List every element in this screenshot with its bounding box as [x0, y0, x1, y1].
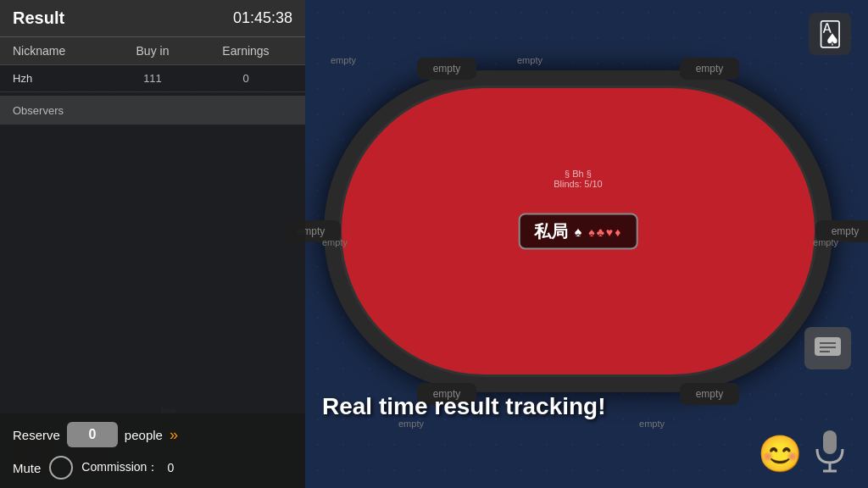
main-text: Real time result tracking!: [322, 393, 766, 420]
observers-label: Observers: [13, 104, 64, 117]
col-buyin: Buy in: [106, 44, 199, 58]
col-earnings: Earnings: [199, 44, 292, 58]
edge-top-right: empty: [517, 55, 542, 65]
blinds-info: § Bh § Blinds: 5/10: [554, 169, 602, 189]
reserve-label: Reserve: [13, 428, 60, 442]
player-buyin: 111: [106, 72, 199, 85]
emoji-icon: 😊: [758, 434, 802, 474]
arrows-icon[interactable]: »: [170, 426, 178, 444]
chat-icon: [813, 336, 843, 361]
svg-rect-4: [823, 430, 837, 454]
people-label: people: [125, 428, 163, 442]
emoji-button[interactable]: 😊: [758, 433, 800, 475]
result-panel: Result 01:45:38 Nickname Buy in Earnings…: [0, 0, 305, 488]
logo-suits: ♠♣♥♦: [588, 225, 622, 238]
edge-mid-left: empty: [322, 237, 348, 247]
table-container: § Bh § Blinds: 5/10 私局 ♠ ♠♣♥♦ empty empt…: [305, 25, 851, 437]
observers-section: Observers: [0, 96, 305, 125]
mic-button[interactable]: [813, 429, 855, 480]
table-felt: § Bh § Blinds: 5/10 私局 ♠ ♠♣♥♦: [339, 86, 817, 377]
mic-icon: [813, 429, 847, 475]
player-nickname: Hzh: [13, 72, 106, 85]
result-timer: 01:45:38: [233, 9, 292, 27]
mute-label: Mute: [13, 461, 41, 475]
edge-top-left: empty: [331, 55, 356, 65]
commission-label: Commission：: [81, 460, 159, 475]
reserve-row: Reserve people »: [13, 422, 292, 447]
seat-top-left-label: empty: [433, 63, 461, 75]
card-icon: 🂡: [818, 20, 843, 48]
seat-top-left[interactable]: empty: [417, 58, 476, 80]
table-logo: 私局 ♠ ♠♣♥♦: [519, 214, 638, 250]
bottom-controls: Reserve people » Mute Commission： 0: [0, 413, 305, 488]
commission-value: 0: [167, 461, 174, 474]
seat-top-right-label: empty: [696, 63, 724, 75]
reserve-input[interactable]: [67, 422, 118, 447]
logo-spade: ♠: [575, 224, 582, 239]
result-header: Result 01:45:38: [0, 0, 305, 37]
seat-right-label: empty: [832, 225, 860, 237]
table-row: Hzh 111 0: [0, 65, 305, 92]
player-earnings: 0: [199, 72, 292, 85]
seat-top-right[interactable]: empty: [680, 58, 739, 80]
result-table-header: Nickname Buy in Earnings: [0, 37, 305, 65]
edge-right: empty: [813, 237, 838, 247]
blinds-value: Blinds: 5/10: [554, 179, 602, 189]
col-nickname: Nickname: [13, 44, 106, 58]
mute-toggle[interactable]: [49, 456, 73, 480]
result-title: Result: [13, 8, 64, 28]
mute-row: Mute Commission： 0: [13, 456, 292, 480]
chat-button[interactable]: [804, 327, 851, 369]
table-wrapper: § Bh § Blinds: 5/10 私局 ♠ ♠♣♥♦ empty empt…: [324, 70, 832, 392]
card-icon-button[interactable]: 🂡: [809, 13, 851, 55]
logo-chinese: 私局: [534, 220, 568, 243]
blind-name: § Bh §: [554, 169, 602, 179]
